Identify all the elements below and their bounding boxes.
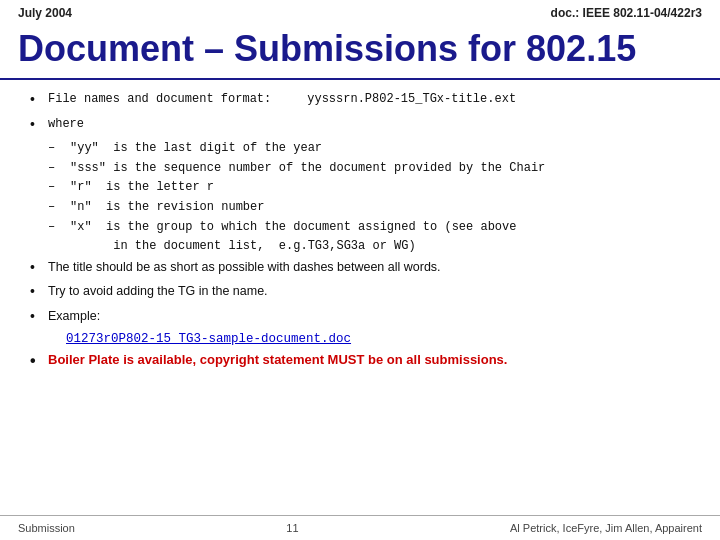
bullet-file-names: • File names and document format: yysssr… [30,90,690,110]
bullet-dot-1: • [30,90,48,110]
sub-item-3: – "r" is the letter r [48,178,690,197]
content-area: • File names and document format: yysssr… [0,90,720,372]
sub-text-2: "sss" is the sequence number of the docu… [70,159,690,178]
sub-text-4: "n" is the revision number [70,198,690,217]
sub-text-3: "r" is the letter r [70,178,690,197]
bullet-text-boiler: Boiler Plate is available, copyright sta… [48,350,690,370]
slide-title: Document – Submissions for 802.15 [0,22,720,80]
sub-items-list: – "yy" is the last digit of the year – "… [48,139,690,256]
bullet-text-try-avoid: Try to avoid adding the TG in the name. [48,282,690,301]
header-bar: July 2004 doc.: IEEE 802.11-04/422r3 [0,0,720,22]
bullet-text-title-short: The title should be as short as possible… [48,258,690,277]
bullet-dot-6: • [30,350,48,372]
footer-bar: Submission 11 Al Petrick, IceFyre, Jim A… [0,515,720,540]
bullet-title-short: • The title should be as short as possib… [30,258,690,278]
sub-item-4: – "n" is the revision number [48,198,690,217]
sub-item-6: in the document list, e.g.TG3,SG3a or WG… [48,237,690,256]
sub-dash-3: – [48,178,70,197]
header-date: July 2004 [18,6,72,20]
sub-dash-1: – [48,139,70,158]
header-doc: doc.: IEEE 802.11-04/422r3 [551,6,702,20]
sub-text-6: in the document list, e.g.TG3,SG3a or WG… [70,237,690,256]
slide-page: July 2004 doc.: IEEE 802.11-04/422r3 Doc… [0,0,720,540]
sub-dash-4: – [48,198,70,217]
bullet-example: • Example: [30,307,690,327]
bullet-dot-3: • [30,258,48,278]
bullet-boiler-plate: • Boiler Plate is available, copyright s… [30,350,690,372]
sub-item-2: – "sss" is the sequence number of the do… [48,159,690,178]
bullet-where: • where [30,115,690,135]
bullet-dot-2: • [30,115,48,135]
example-link: 01273r0P802-15_TG3-sample-document.doc [66,332,690,346]
sub-dash-2: – [48,159,70,178]
bullet-dot-4: • [30,282,48,302]
sub-dash-6 [48,237,70,256]
footer-right: Al Petrick, IceFyre, Jim Allen, Appairen… [510,522,702,534]
sub-dash-5: – [48,218,70,237]
footer-center: 11 [286,522,298,534]
bullet-text-file: File names and document format: yysssrn.… [48,90,690,109]
sub-text-5: "x" is the group to which the document a… [70,218,690,237]
bullet-dot-5: • [30,307,48,327]
bullet-text-where: where [48,115,690,134]
bullet-text-example: Example: [48,307,690,326]
sub-text-1: "yy" is the last digit of the year [70,139,690,158]
footer-left: Submission [18,522,75,534]
sub-item-5: – "x" is the group to which the document… [48,218,690,237]
sub-item-1: – "yy" is the last digit of the year [48,139,690,158]
bullet-try-avoid: • Try to avoid adding the TG in the name… [30,282,690,302]
